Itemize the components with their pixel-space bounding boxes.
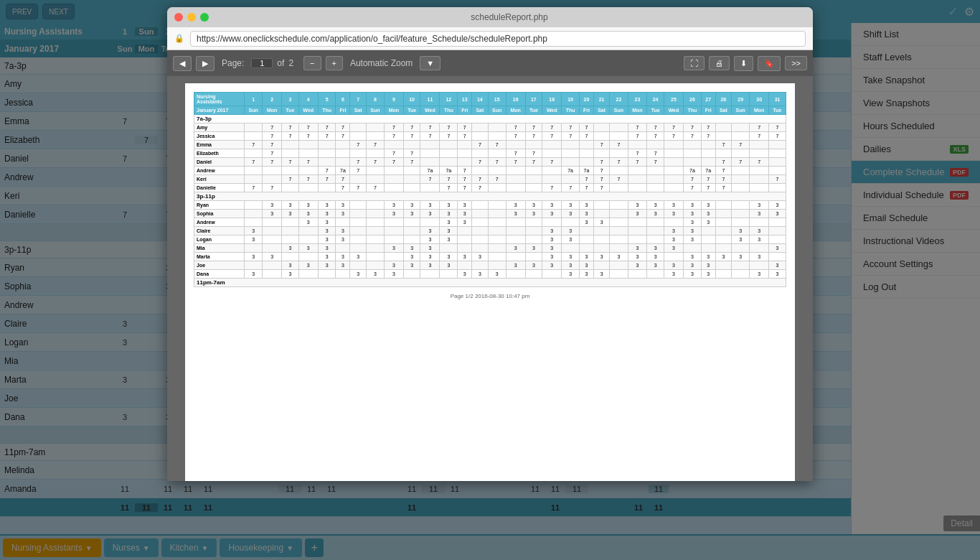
zoom-label: Automatic Zoom bbox=[350, 58, 413, 68]
pdf-row-daniel: Daniel 77777 7777 77777 7777 77 bbox=[194, 158, 786, 167]
pdf-content: Nursing Assistants 1234567 891011121314 … bbox=[167, 76, 813, 481]
pdf-nav-next[interactable]: ▶ bbox=[196, 56, 215, 71]
pdf-row-andrew: Andrew 77a7 7a7a7 7a7a7 7a7a7 bbox=[194, 167, 786, 175]
browser-overlay: scheduleReport.php 🔒 ◀ ▶ Page: of 2 − + … bbox=[0, 0, 980, 560]
pdf-page: Nursing Assistants 1234567 891011121314 … bbox=[185, 83, 795, 481]
browser-title: scheduleReport.php bbox=[213, 12, 806, 22]
pdf-row-marta: Marta 33333 33333 3333 333333 33 bbox=[194, 253, 786, 261]
pdf-footer: Page 1/2 2016-08-30 10:47 pm bbox=[194, 293, 786, 299]
close-button[interactable] bbox=[174, 13, 183, 22]
pdf-row-joe: Joe 3333 3333 33333 33333 3 bbox=[194, 261, 786, 270]
pdf-schedule-table: Nursing Assistants 1234567 891011121314 … bbox=[194, 92, 786, 287]
browser-toolbar: ◀ ▶ Page: of 2 − + Automatic Zoom ▼ ⛶ 🖨 … bbox=[167, 50, 813, 76]
pdf-row-sophia: Sophia 33333 33333 33333 33333 33 bbox=[194, 210, 786, 218]
fullscreen-button[interactable]: ⛶ bbox=[684, 56, 705, 70]
page-label: Page: bbox=[222, 58, 244, 68]
page-number-input[interactable] bbox=[251, 58, 273, 68]
print-button[interactable]: 🖨 bbox=[709, 56, 730, 70]
pdf-row-jessica: Jessica 77777 77777 77777 77777 77 bbox=[194, 132, 786, 141]
pdf-row-emma: Emma 777 77 77 77 7 bbox=[194, 141, 786, 149]
page-of: of bbox=[277, 58, 284, 68]
pdf-row-danielle: Danielle 7777 7777 7777 777 bbox=[194, 184, 786, 192]
pdf-row-elizabeth: Elizabeth 7 77 77 77 bbox=[194, 149, 786, 158]
zoom-dropdown[interactable]: ▼ bbox=[420, 56, 440, 70]
browser-window: scheduleReport.php 🔒 ◀ ▶ Page: of 2 − + … bbox=[167, 7, 813, 481]
minimize-button[interactable] bbox=[187, 13, 196, 22]
pdf-row-claire: Claire 333 33 33 33 33 bbox=[194, 227, 786, 235]
more-button[interactable]: >> bbox=[785, 56, 807, 70]
browser-titlebar: scheduleReport.php bbox=[167, 7, 813, 27]
pdf-th-name: Nursing Assistants bbox=[194, 93, 245, 106]
zoom-out-button[interactable]: − bbox=[303, 56, 321, 70]
pdf-nav-prev[interactable]: ◀ bbox=[173, 56, 192, 71]
pdf-row-mia: Mia 333 333 333 333 3 bbox=[194, 244, 786, 253]
page-total: 2 bbox=[288, 58, 293, 68]
bookmark-button[interactable]: 🔖 bbox=[758, 56, 781, 71]
pdf-row-logan: Logan 333 33 33 33 33 bbox=[194, 235, 786, 244]
app: PREV NEXT ▣ ▤ ✏ ↶ ↷ ✓ ⚙ Nursing Assistan… bbox=[0, 0, 980, 560]
pdf-section-7a: 7a-3p bbox=[194, 115, 786, 123]
lock-icon: 🔒 bbox=[174, 34, 184, 43]
pdf-row-keri: Keri 7777 7777 777 7777 7 bbox=[194, 175, 786, 184]
zoom-in-button[interactable]: + bbox=[326, 56, 343, 70]
pdf-row-ryan: Ryan 33333 33333 33333 33333 33 bbox=[194, 201, 786, 210]
url-input[interactable] bbox=[190, 31, 806, 47]
pdf-row-dana: Dana 333 3333 3333 333 33 bbox=[194, 270, 786, 279]
download-button[interactable]: ⬇ bbox=[734, 56, 753, 71]
pdf-section-3p: 3p-11p bbox=[194, 192, 786, 201]
browser-urlbar: 🔒 bbox=[167, 27, 813, 50]
maximize-button[interactable] bbox=[200, 13, 209, 22]
pdf-row-amy: Amy 77777 77777 77777 77777 77 bbox=[194, 123, 786, 132]
pdf-row-andrew2: Andrew 33 33 33 33 bbox=[194, 218, 786, 227]
pdf-section-11p: 11pm-7am bbox=[194, 279, 786, 287]
